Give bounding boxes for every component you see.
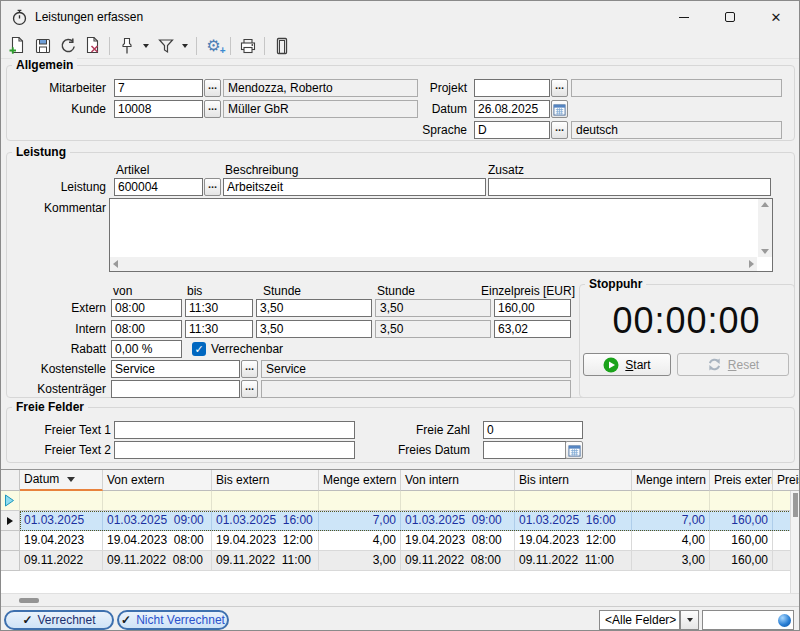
grid-row-selector[interactable] <box>1 531 20 551</box>
kostenstelle-input[interactable] <box>111 360 240 378</box>
grid-cell[interactable]: 7,00 <box>632 511 710 531</box>
close-button[interactable]: ✕ <box>753 1 799 33</box>
intern-einzelpreis-input[interactable] <box>494 320 571 338</box>
grid-cell[interactable]: 19.04.2023 08:00 <box>401 531 515 551</box>
settings-add-button[interactable]: ⚙+ <box>201 35 226 57</box>
kunde-input[interactable] <box>114 100 203 118</box>
grid-cell[interactable]: 3,00 <box>632 551 710 571</box>
grid-filter-cell[interactable] <box>20 491 103 511</box>
close-form-button[interactable] <box>269 35 294 57</box>
projekt-lookup-button[interactable]: ... <box>551 79 568 97</box>
extern-einzelpreis-input[interactable] <box>494 299 571 317</box>
verrechenbar-checkbox[interactable]: ✓ <box>192 342 206 356</box>
freier-text-1-input[interactable] <box>114 421 355 439</box>
datum-calendar-button[interactable] <box>551 100 568 118</box>
grid-cell[interactable]: 7,00 <box>319 511 401 531</box>
grid-column-header[interactable]: Datum <box>20 470 103 491</box>
grid-cell[interactable]: 09.11.2022 <box>20 551 103 571</box>
datum-input[interactable] <box>474 100 550 118</box>
grid-row[interactable]: 01.03.202501.03.2025 09:0001.03.2025 16:… <box>1 511 800 531</box>
start-button[interactable]: Start <box>583 353 671 376</box>
grid-filter-cell[interactable] <box>103 491 212 511</box>
extern-von-input[interactable] <box>111 299 182 317</box>
grid-filter-cell[interactable] <box>401 491 515 511</box>
grid-row-selector[interactable] <box>1 511 20 531</box>
grid-column-header[interactable]: Menge intern <box>632 470 710 491</box>
grid-cell[interactable]: 19.04.2023 12:00 <box>212 531 319 551</box>
grid-cell[interactable]: 19.04.2023 <box>20 531 103 551</box>
grid-cell[interactable]: 09.11.2022 08:00 <box>103 551 212 571</box>
leistung-lookup-button[interactable]: ... <box>204 178 221 196</box>
grid-cell[interactable]: 160,00 <box>710 551 773 571</box>
minimize-button[interactable] <box>661 1 707 33</box>
grid-cell[interactable]: 19.04.2023 12:00 <box>515 531 632 551</box>
felder-combobox[interactable]: <Alle Felder> <box>599 610 680 630</box>
grid-cell[interactable]: 09.11.2022 11:00 <box>515 551 632 571</box>
nicht-verrechnet-toggle-button[interactable]: ✓ Nicht Verrechnet <box>117 610 229 630</box>
freies-datum-input[interactable] <box>483 441 566 459</box>
grid-cell[interactable]: 01.03.2025 16:00 <box>515 511 632 531</box>
mitarbeiter-lookup-button[interactable]: ... <box>204 79 221 97</box>
grid-column-header[interactable]: Menge extern <box>319 470 401 491</box>
grid-cell[interactable]: 160,00 <box>710 511 773 531</box>
grid-row[interactable]: 09.11.202209.11.2022 08:0009.11.2022 11:… <box>1 551 800 571</box>
new-record-button[interactable] <box>5 35 30 57</box>
grid-cell[interactable]: 09.11.2022 08:00 <box>401 551 515 571</box>
filter-dropdown-button[interactable] <box>178 35 192 57</box>
save-button[interactable] <box>30 35 55 57</box>
grid-column-header[interactable]: Von extern <box>103 470 212 491</box>
verrechnet-toggle-button[interactable]: ✓ Verrechnet <box>4 610 114 630</box>
scrollbar-thumb[interactable] <box>19 598 39 603</box>
kommentar-horizontal-scrollbar[interactable] <box>110 257 757 271</box>
grid-row[interactable]: 19.04.202319.04.2023 08:0019.04.2023 12:… <box>1 531 800 551</box>
undo-button[interactable] <box>55 35 80 57</box>
grid-filter-cell[interactable] <box>212 491 319 511</box>
leistung-beschreibung-input[interactable] <box>223 178 486 196</box>
extern-bis-input[interactable] <box>185 299 253 317</box>
pin-dropdown-button[interactable] <box>139 35 153 57</box>
filter-button[interactable] <box>153 35 178 57</box>
projekt-input[interactable] <box>474 79 550 97</box>
sprache-input[interactable] <box>474 121 550 139</box>
delete-record-button[interactable] <box>80 35 105 57</box>
grid-column-header[interactable]: Bis extern <box>212 470 319 491</box>
extern-stunde-input[interactable] <box>256 299 372 317</box>
kunde-lookup-button[interactable]: ... <box>204 100 221 118</box>
kommentar-vertical-scrollbar[interactable] <box>758 199 772 257</box>
grid-filter-cell[interactable] <box>319 491 401 511</box>
felder-combobox-dropdown-button[interactable] <box>680 610 699 630</box>
scrollbar-thumb[interactable] <box>793 493 798 517</box>
sprache-lookup-button[interactable]: ... <box>551 121 568 139</box>
reset-button[interactable]: Reset <box>677 353 789 376</box>
intern-bis-input[interactable] <box>185 320 253 338</box>
grid-filter-cell[interactable] <box>515 491 632 511</box>
maximize-button[interactable] <box>707 1 753 33</box>
intern-stunde-input[interactable] <box>256 320 372 338</box>
grid-cell[interactable]: 3,00 <box>319 551 401 571</box>
grid-column-header[interactable]: Preis extern <box>710 470 773 491</box>
grid-cell[interactable]: 4,00 <box>319 531 401 551</box>
grid-filter-cell[interactable] <box>632 491 710 511</box>
rabatt-input[interactable] <box>111 340 182 358</box>
grid-cell[interactable]: 160,00 <box>710 531 773 551</box>
globe-search-icon[interactable] <box>778 614 791 627</box>
freies-datum-calendar-button[interactable] <box>565 441 583 459</box>
grid-horizontal-scrollbar[interactable] <box>1 593 800 606</box>
grid-cell[interactable]: 4,00 <box>632 531 710 551</box>
grid-cell[interactable]: 19.04.2023 08:00 <box>103 531 212 551</box>
grid-cell[interactable]: 01.03.2025 <box>20 511 103 531</box>
mitarbeiter-input[interactable] <box>114 79 203 97</box>
search-field[interactable] <box>702 610 794 630</box>
freier-text-2-input[interactable] <box>114 441 355 459</box>
grid-column-header[interactable]: Preis intern <box>773 470 800 491</box>
grid-vertical-scrollbar[interactable] <box>790 491 800 594</box>
freie-zahl-input[interactable] <box>483 421 583 439</box>
grid-column-header[interactable]: Bis intern <box>515 470 632 491</box>
grid-cell[interactable]: 09.11.2022 11:00 <box>212 551 319 571</box>
grid-column-header[interactable]: Von intern <box>401 470 515 491</box>
grid-row-selector[interactable] <box>1 551 20 571</box>
grid-cell[interactable]: 01.03.2025 16:00 <box>212 511 319 531</box>
leistung-artikel-input[interactable] <box>114 178 203 196</box>
intern-von-input[interactable] <box>111 320 182 338</box>
kostenstelle-lookup-button[interactable]: ... <box>241 360 258 378</box>
